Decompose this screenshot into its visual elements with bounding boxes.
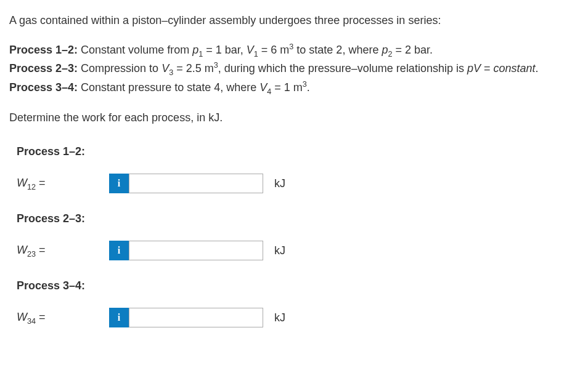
text: = 6 m	[258, 44, 290, 56]
var: W	[17, 177, 27, 189]
sub: 1	[254, 50, 258, 58]
text: Constant volume from	[78, 44, 192, 56]
input-row-w34: W34 = i kJ	[17, 308, 579, 327]
info-icon[interactable]: i	[109, 308, 129, 327]
input-row-w12: W12 = i kJ	[17, 174, 579, 193]
var: V	[259, 81, 267, 94]
text: Constant pressure to state 4, where	[78, 81, 259, 94]
process-2-3-label: Process 2–3:	[9, 62, 78, 74]
text: to state 2, where	[293, 44, 382, 56]
section-process-1-2: Process 1–2: W12 = i kJ	[9, 143, 579, 193]
var: p	[192, 44, 198, 56]
text: = 2 bar.	[392, 44, 433, 56]
label-w34: W34 =	[17, 309, 109, 327]
sup: 3	[214, 61, 218, 70]
label-w12: W12 =	[17, 175, 109, 193]
text: = 1 m	[271, 81, 303, 94]
intro-text: A gas contained within a piston–cylinder…	[9, 12, 579, 29]
input-row-w23: W23 = i kJ	[17, 241, 579, 260]
text: = 2.5 m	[173, 62, 214, 74]
text: .	[536, 62, 539, 74]
label-w23: W23 =	[17, 242, 109, 260]
sup: 3	[303, 80, 307, 89]
determine-text: Determine the work for each process, in …	[9, 110, 579, 126]
input-w34[interactable]	[129, 308, 263, 327]
sub: 12	[27, 182, 36, 191]
process-3-4-label: Process 3–4:	[9, 81, 78, 94]
input-w23[interactable]	[129, 241, 263, 260]
info-icon[interactable]: i	[109, 241, 129, 260]
heading-process-2-3: Process 2–3:	[17, 211, 579, 227]
process-1-2-label: Process 1–2:	[9, 44, 78, 56]
sub: 23	[27, 249, 36, 258]
var: W	[17, 311, 27, 323]
eq: =	[36, 244, 46, 256]
italic: constant	[493, 62, 535, 74]
var: V	[161, 62, 169, 74]
input-w12[interactable]	[129, 174, 263, 193]
eq: =	[36, 177, 46, 189]
var: pV	[467, 62, 481, 74]
process-1-2-desc: Process 1–2: Constant volume from p1 = 1…	[9, 41, 579, 60]
unit-kj: kJ	[274, 175, 285, 192]
process-3-4-desc: Process 3–4: Constant pressure to state …	[9, 79, 579, 97]
unit-kj: kJ	[274, 243, 285, 259]
heading-process-1-2: Process 1–2:	[17, 143, 579, 160]
info-icon[interactable]: i	[109, 174, 129, 193]
text: = 1 bar,	[203, 44, 247, 56]
var: W	[17, 244, 27, 256]
section-process-3-4: Process 3–4: W34 = i kJ	[9, 278, 579, 327]
unit-kj: kJ	[274, 310, 285, 326]
section-process-2-3: Process 2–3: W23 = i kJ	[9, 211, 579, 260]
eq: =	[36, 311, 46, 323]
heading-process-3-4: Process 3–4:	[17, 278, 579, 294]
sub: 34	[27, 316, 36, 325]
process-2-3-desc: Process 2–3: Compression to V3 = 2.5 m3,…	[9, 60, 579, 78]
text: =	[481, 62, 494, 74]
var: p	[382, 44, 388, 56]
text: Compression to	[78, 62, 161, 74]
text: .	[307, 81, 310, 94]
var: V	[247, 44, 254, 56]
text: , during which the pressure–volume relat…	[218, 62, 467, 74]
